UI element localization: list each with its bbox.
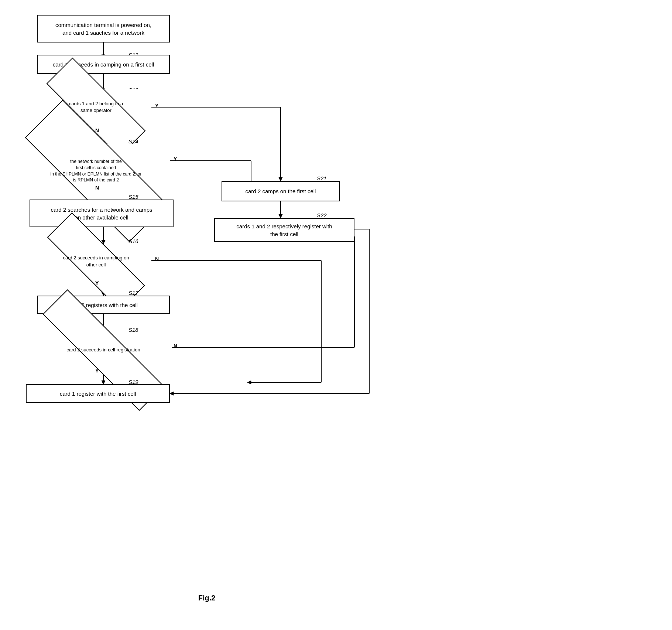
s16-n-label: N [155, 256, 159, 262]
s17-label: S17 [128, 290, 138, 296]
svg-marker-8 [279, 177, 282, 181]
svg-marker-31 [279, 214, 282, 218]
svg-marker-35 [170, 392, 174, 395]
s19-box: card 1 register with the first cell [26, 384, 170, 403]
s21-label: S21 [317, 175, 327, 181]
s15-label: S15 [128, 194, 138, 200]
s18-n-label: N [174, 343, 177, 349]
s16-diamond: card 2 succeeds in camping onother cell [44, 244, 148, 279]
s16-label: S16 [128, 238, 138, 244]
s14-y-label: Y [174, 156, 177, 162]
s14-n-label: N [95, 185, 99, 191]
figure-label: Fig.2 [198, 594, 216, 602]
s12-box: card 1 succeeds in camping on a first ce… [37, 55, 170, 74]
s18-label: S18 [128, 327, 138, 333]
s18-y-label: Y [95, 368, 99, 374]
s16-y-label: Y [95, 280, 99, 286]
svg-marker-21 [247, 381, 251, 384]
s13-diamond-text: cards 1 and 2 belong to asame operator [68, 99, 125, 115]
s16-diamond-text: card 2 succeeds in camping onother cell [61, 253, 130, 269]
s22-box: cards 1 and 2 respectively register with… [214, 218, 354, 242]
s11-box: communication terminal is powered on,and… [37, 15, 170, 42]
s14-label: S14 [128, 138, 138, 144]
s22-text: cards 1 and 2 respectively register with… [236, 222, 332, 238]
s14-diamond-text: the network number of thefirst cell is c… [49, 157, 143, 185]
svg-marker-25 [102, 381, 105, 384]
s21-box: card 2 camps on the first cell [222, 181, 340, 201]
s19-text: card 1 register with the first cell [60, 390, 136, 398]
flowchart: S11 communication terminal is powered on… [0, 0, 414, 610]
s18-diamond-text: card 2 succeeds in cell registration [65, 345, 141, 355]
s13-y-label: Y [155, 103, 158, 109]
s21-text: card 2 camps on the first cell [246, 187, 316, 195]
s11-text: communication terminal is powered on,and… [55, 21, 151, 37]
s22-label: S22 [317, 212, 327, 218]
s18-diamond: card 2 succeeds in cell registration [35, 333, 172, 368]
s15-box: card 2 searches for a network and campso… [30, 200, 174, 227]
